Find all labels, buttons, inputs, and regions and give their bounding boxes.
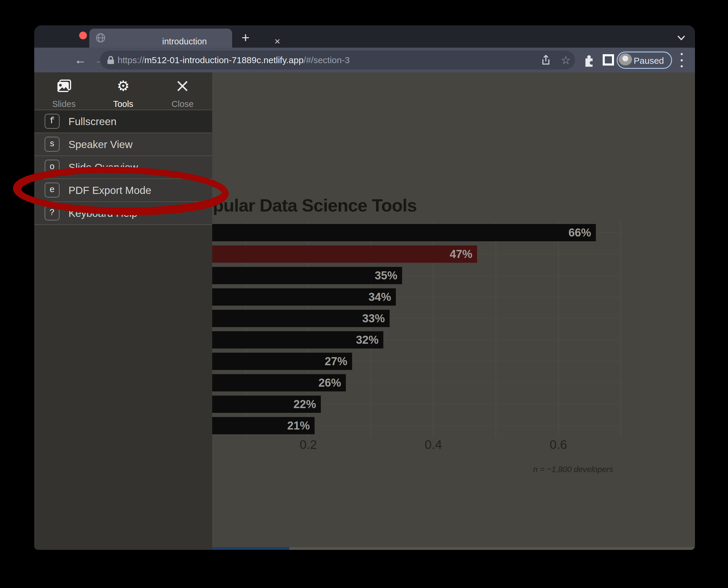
profile-paused-label: Paused <box>634 56 664 66</box>
menu-item-slide-overview[interactable]: o Slide Overview <box>34 156 212 179</box>
bookmark-star-icon[interactable]: ☆ <box>561 54 573 66</box>
menu-item-label: PDF Export Mode <box>68 184 151 196</box>
chart-bar-value-label: 66% <box>183 224 591 241</box>
tab-close-icon[interactable]: × <box>271 35 283 47</box>
chart-bar-value-label: 34% <box>183 288 391 306</box>
chart-x-tick-label: 0.4 <box>425 438 442 452</box>
browser-window: introduction × + ← → ↻ https://m512-01-i… <box>34 25 695 550</box>
menu-item-fullscreen[interactable]: f Fullscreen <box>34 110 212 133</box>
menu-tab-tools[interactable]: ⚙ Tools <box>93 72 153 110</box>
menu-item-label: Keyboard Help <box>68 207 137 219</box>
lock-icon <box>107 56 115 65</box>
menu-item-keyboard-help[interactable]: ? Keyboard Help <box>34 202 212 225</box>
chart-bar-value-label: 33% <box>183 310 385 327</box>
menu-item-speaker-view[interactable]: s Speaker View <box>34 133 212 156</box>
slides-icon <box>56 78 72 94</box>
url-path: /#/section-3 <box>304 55 350 65</box>
menu-items: f Fullscreen s Speaker View o Slide Over… <box>34 110 212 225</box>
profile-paused-button[interactable]: Paused <box>617 51 672 69</box>
menu-tab-label: Close <box>153 99 212 109</box>
tab-favicon-globe-icon <box>95 33 106 43</box>
shortcut-key-badge: s <box>45 137 60 152</box>
tab-introduction[interactable]: introduction × <box>89 28 232 48</box>
chart-bar-value-label: 35% <box>183 267 397 284</box>
shortcut-key-badge: f <box>45 114 60 129</box>
menu-item-label: Fullscreen <box>68 115 116 127</box>
url-domain: m512-01-introduction-71889c.netlify.app <box>145 55 304 65</box>
extensions-puzzle-icon[interactable] <box>582 54 595 67</box>
browser-menu-icon[interactable] <box>677 53 686 67</box>
tab-title: introduction <box>162 37 207 46</box>
menu-item-pdf-export-mode[interactable]: e PDF Export Mode <box>34 179 212 202</box>
chart-x-tick-label: 0.6 <box>550 438 567 452</box>
address-bar[interactable]: https://m512-01-introduction-71889c.netl… <box>100 51 575 69</box>
chart-bar-value-label: 47% <box>183 246 472 263</box>
url-scheme: https:// <box>117 55 145 65</box>
shortcut-key-badge: ? <box>45 206 60 220</box>
back-button[interactable]: ← <box>72 48 89 72</box>
traffic-close-button[interactable] <box>79 31 87 39</box>
tab-bar: introduction × + <box>34 25 695 48</box>
close-icon <box>175 78 190 94</box>
menu-tab-label: Slides <box>34 99 93 109</box>
chart-footnote: n = ~1,800 developers <box>533 465 613 474</box>
menu-header: Slides ⚙ Tools Close <box>34 72 212 110</box>
url-text: https://m512-01-introduction-71889c.netl… <box>117 55 350 65</box>
tab-strip-chevron-down-icon[interactable] <box>676 33 687 43</box>
tab-panes-icon[interactable] <box>603 54 614 65</box>
share-icon[interactable] <box>540 54 552 66</box>
tools-gear-icon: ⚙ <box>115 78 131 94</box>
menu-tab-label: Tools <box>93 99 153 109</box>
shortcut-key-badge: o <box>45 160 60 174</box>
chart-bar-value-label: 32% <box>183 331 379 349</box>
avatar <box>618 53 632 67</box>
chart-x-tick-label: 0.2 <box>300 438 317 452</box>
menu-tab-slides[interactable]: Slides <box>34 72 93 110</box>
new-tab-button[interactable]: + <box>239 31 252 44</box>
browser-toolbar: ← → ↻ https://m512-01-introduction-71889… <box>34 48 695 72</box>
shortcut-key-badge: e <box>45 183 60 197</box>
menu-item-label: Speaker View <box>68 139 132 150</box>
menu-tab-close[interactable]: Close <box>153 72 212 110</box>
reveal-menu-panel: Slides ⚙ Tools Close f Fullscreen s <box>34 72 212 550</box>
menu-item-label: Slide Overview <box>68 162 138 173</box>
